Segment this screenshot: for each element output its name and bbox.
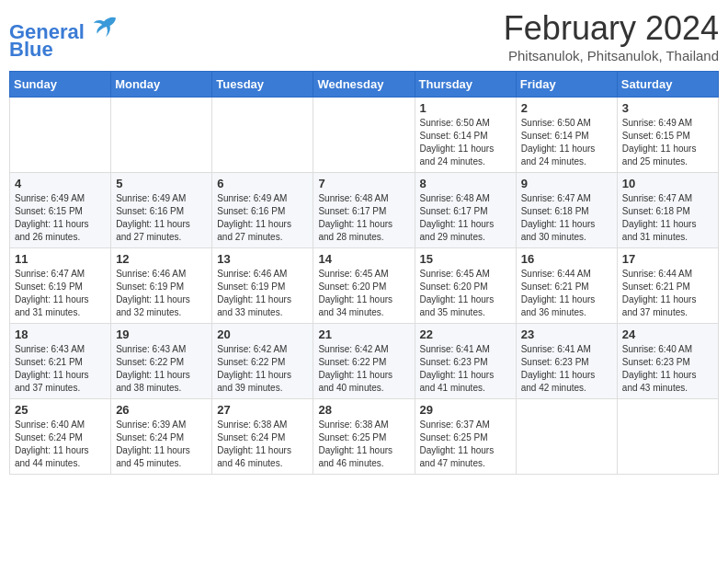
day-info: Sunrise: 6:50 AM Sunset: 6:14 PM Dayligh… bbox=[521, 117, 612, 168]
day-info: Sunrise: 6:49 AM Sunset: 6:15 PM Dayligh… bbox=[622, 117, 713, 168]
day-number: 18 bbox=[15, 327, 106, 341]
col-tuesday: Tuesday bbox=[212, 72, 313, 98]
day-info: Sunrise: 6:49 AM Sunset: 6:15 PM Dayligh… bbox=[15, 192, 106, 244]
table-row: 9Sunrise: 6:47 AM Sunset: 6:18 PM Daylig… bbox=[516, 173, 617, 248]
day-number: 22 bbox=[420, 327, 511, 341]
calendar-header-row: Sunday Monday Tuesday Wednesday Thursday… bbox=[10, 72, 719, 98]
day-info: Sunrise: 6:41 AM Sunset: 6:23 PM Dayligh… bbox=[521, 343, 612, 395]
calendar-table: Sunday Monday Tuesday Wednesday Thursday… bbox=[9, 71, 719, 475]
logo-bird-icon bbox=[92, 13, 118, 39]
day-info: Sunrise: 6:40 AM Sunset: 6:23 PM Dayligh… bbox=[622, 343, 713, 395]
day-info: Sunrise: 6:39 AM Sunset: 6:24 PM Dayligh… bbox=[116, 419, 207, 470]
table-row bbox=[516, 399, 617, 475]
logo: General Blue bbox=[9, 13, 118, 62]
day-number: 1 bbox=[420, 101, 511, 115]
table-row: 29Sunrise: 6:37 AM Sunset: 6:25 PM Dayli… bbox=[415, 399, 516, 475]
table-row: 21Sunrise: 6:42 AM Sunset: 6:22 PM Dayli… bbox=[313, 324, 415, 399]
day-info: Sunrise: 6:47 AM Sunset: 6:18 PM Dayligh… bbox=[622, 192, 713, 244]
table-row: 10Sunrise: 6:47 AM Sunset: 6:18 PM Dayli… bbox=[617, 173, 718, 248]
day-number: 5 bbox=[116, 177, 207, 190]
title-area: February 2024 Phitsanulok, Phitsanulok, … bbox=[504, 9, 719, 63]
calendar-body: 1Sunrise: 6:50 AM Sunset: 6:14 PM Daylig… bbox=[10, 98, 719, 475]
day-number: 26 bbox=[116, 403, 207, 417]
day-number: 14 bbox=[318, 252, 409, 266]
table-row: 18Sunrise: 6:43 AM Sunset: 6:21 PM Dayli… bbox=[10, 324, 111, 399]
table-row: 17Sunrise: 6:44 AM Sunset: 6:21 PM Dayli… bbox=[617, 248, 718, 324]
table-row: 4Sunrise: 6:49 AM Sunset: 6:15 PM Daylig… bbox=[10, 173, 111, 248]
table-row: 15Sunrise: 6:45 AM Sunset: 6:20 PM Dayli… bbox=[415, 248, 516, 324]
day-number: 27 bbox=[217, 403, 308, 417]
col-thursday: Thursday bbox=[415, 72, 516, 98]
table-row: 12Sunrise: 6:46 AM Sunset: 6:19 PM Dayli… bbox=[111, 248, 212, 324]
day-info: Sunrise: 6:47 AM Sunset: 6:19 PM Dayligh… bbox=[15, 268, 106, 319]
day-number: 19 bbox=[116, 327, 207, 341]
day-info: Sunrise: 6:50 AM Sunset: 6:14 PM Dayligh… bbox=[420, 117, 511, 168]
col-friday: Friday bbox=[516, 72, 617, 98]
day-number: 2 bbox=[521, 101, 612, 115]
table-row: 5Sunrise: 6:49 AM Sunset: 6:16 PM Daylig… bbox=[111, 173, 212, 248]
day-info: Sunrise: 6:46 AM Sunset: 6:19 PM Dayligh… bbox=[116, 268, 207, 319]
day-number: 21 bbox=[318, 327, 409, 341]
table-row bbox=[212, 98, 313, 173]
day-number: 6 bbox=[217, 177, 308, 190]
table-row: 3Sunrise: 6:49 AM Sunset: 6:15 PM Daylig… bbox=[617, 98, 718, 173]
calendar-week-row: 25Sunrise: 6:40 AM Sunset: 6:24 PM Dayli… bbox=[10, 399, 719, 475]
day-number: 29 bbox=[420, 403, 511, 417]
table-row bbox=[313, 98, 415, 173]
table-row: 2Sunrise: 6:50 AM Sunset: 6:14 PM Daylig… bbox=[516, 98, 617, 173]
table-row: 23Sunrise: 6:41 AM Sunset: 6:23 PM Dayli… bbox=[516, 324, 617, 399]
table-row: 14Sunrise: 6:45 AM Sunset: 6:20 PM Dayli… bbox=[313, 248, 415, 324]
table-row: 6Sunrise: 6:49 AM Sunset: 6:16 PM Daylig… bbox=[212, 173, 313, 248]
calendar-week-row: 1Sunrise: 6:50 AM Sunset: 6:14 PM Daylig… bbox=[10, 98, 719, 173]
day-number: 4 bbox=[15, 177, 106, 190]
day-number: 17 bbox=[622, 252, 713, 266]
table-row: 22Sunrise: 6:41 AM Sunset: 6:23 PM Dayli… bbox=[415, 324, 516, 399]
calendar-week-row: 4Sunrise: 6:49 AM Sunset: 6:15 PM Daylig… bbox=[10, 173, 719, 248]
day-info: Sunrise: 6:41 AM Sunset: 6:23 PM Dayligh… bbox=[420, 343, 511, 395]
page-header: General Blue February 2024 Phitsanulok, … bbox=[9, 9, 719, 63]
table-row: 20Sunrise: 6:42 AM Sunset: 6:22 PM Dayli… bbox=[212, 324, 313, 399]
day-number: 15 bbox=[420, 252, 511, 266]
day-number: 7 bbox=[318, 177, 409, 190]
table-row: 11Sunrise: 6:47 AM Sunset: 6:19 PM Dayli… bbox=[10, 248, 111, 324]
day-number: 10 bbox=[622, 177, 713, 190]
day-info: Sunrise: 6:43 AM Sunset: 6:21 PM Dayligh… bbox=[15, 343, 106, 395]
table-row: 8Sunrise: 6:48 AM Sunset: 6:17 PM Daylig… bbox=[415, 173, 516, 248]
day-number: 8 bbox=[420, 177, 511, 190]
table-row: 1Sunrise: 6:50 AM Sunset: 6:14 PM Daylig… bbox=[415, 98, 516, 173]
day-info: Sunrise: 6:42 AM Sunset: 6:22 PM Dayligh… bbox=[217, 343, 308, 395]
table-row: 27Sunrise: 6:38 AM Sunset: 6:24 PM Dayli… bbox=[212, 399, 313, 475]
table-row: 25Sunrise: 6:40 AM Sunset: 6:24 PM Dayli… bbox=[10, 399, 111, 475]
table-row bbox=[10, 98, 111, 173]
day-number: 12 bbox=[116, 252, 207, 266]
day-info: Sunrise: 6:37 AM Sunset: 6:25 PM Dayligh… bbox=[420, 419, 511, 470]
day-number: 28 bbox=[318, 403, 409, 417]
day-info: Sunrise: 6:38 AM Sunset: 6:24 PM Dayligh… bbox=[217, 419, 308, 470]
table-row bbox=[617, 399, 718, 475]
day-info: Sunrise: 6:44 AM Sunset: 6:21 PM Dayligh… bbox=[622, 268, 713, 319]
calendar-week-row: 11Sunrise: 6:47 AM Sunset: 6:19 PM Dayli… bbox=[10, 248, 719, 324]
day-info: Sunrise: 6:43 AM Sunset: 6:22 PM Dayligh… bbox=[116, 343, 207, 395]
day-info: Sunrise: 6:45 AM Sunset: 6:20 PM Dayligh… bbox=[318, 268, 409, 319]
day-info: Sunrise: 6:49 AM Sunset: 6:16 PM Dayligh… bbox=[116, 192, 207, 244]
col-sunday: Sunday bbox=[10, 72, 111, 98]
table-row: 28Sunrise: 6:38 AM Sunset: 6:25 PM Dayli… bbox=[313, 399, 415, 475]
table-row bbox=[111, 98, 212, 173]
col-saturday: Saturday bbox=[617, 72, 718, 98]
day-number: 24 bbox=[622, 327, 713, 341]
table-row: 16Sunrise: 6:44 AM Sunset: 6:21 PM Dayli… bbox=[516, 248, 617, 324]
table-row: 24Sunrise: 6:40 AM Sunset: 6:23 PM Dayli… bbox=[617, 324, 718, 399]
table-row: 13Sunrise: 6:46 AM Sunset: 6:19 PM Dayli… bbox=[212, 248, 313, 324]
day-info: Sunrise: 6:40 AM Sunset: 6:24 PM Dayligh… bbox=[15, 419, 106, 470]
day-number: 11 bbox=[15, 252, 106, 266]
calendar-subtitle: Phitsanulok, Phitsanulok, Thailand bbox=[504, 48, 719, 63]
day-number: 16 bbox=[521, 252, 612, 266]
day-info: Sunrise: 6:49 AM Sunset: 6:16 PM Dayligh… bbox=[217, 192, 308, 244]
table-row: 26Sunrise: 6:39 AM Sunset: 6:24 PM Dayli… bbox=[111, 399, 212, 475]
day-number: 25 bbox=[15, 403, 106, 417]
calendar-title: February 2024 bbox=[504, 9, 719, 48]
day-number: 9 bbox=[521, 177, 612, 190]
day-number: 13 bbox=[217, 252, 308, 266]
day-number: 3 bbox=[622, 101, 713, 115]
day-info: Sunrise: 6:46 AM Sunset: 6:19 PM Dayligh… bbox=[217, 268, 308, 319]
